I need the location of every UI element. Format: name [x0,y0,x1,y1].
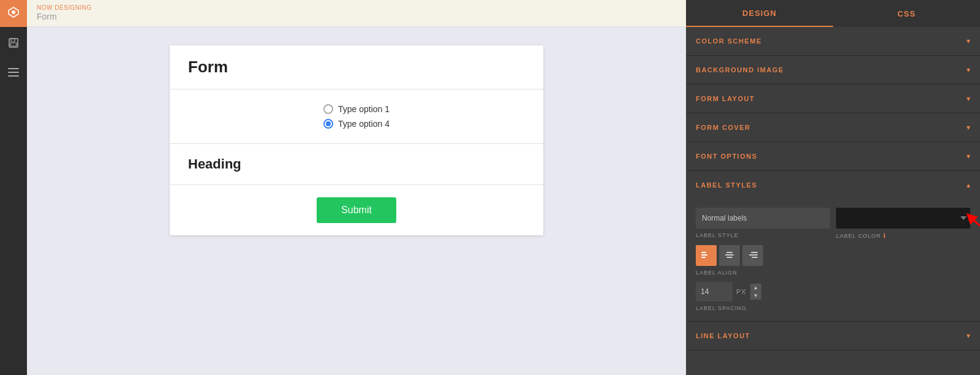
accordion-header-line-layout[interactable]: LINE LAYOUT ▾ [686,322,980,350]
accordion-title-form-layout: FORM LAYOUT [696,95,755,102]
form-submit-section: Submit [170,185,543,235]
label-spacing-label: LABEL SPACING [696,305,970,311]
label-align-section: LABEL ALIGN [696,245,970,276]
radio-circle-2 [323,119,333,129]
svg-rect-10 [701,257,706,258]
logo-icon [7,6,20,21]
accordion-label-styles: LABEL STYLES ▴ Normal labels LABEL STYLE… [686,171,980,322]
spacing-row: PX ▲ ▼ [696,282,970,301]
accordion-title-font-options: FONT OPTIONS [696,153,758,160]
svg-rect-4 [8,68,19,69]
svg-rect-15 [749,254,758,256]
accordion-form-cover: FORM COVER ▾ [686,113,980,142]
svg-point-0 [12,10,15,14]
stepper-up[interactable]: ▲ [750,284,761,292]
label-style-col: Normal labels LABEL STYLE [696,208,830,238]
accordion-title-color-scheme: COLOR SCHEME [696,37,762,45]
radio-option-1[interactable]: Type option 1 [323,104,390,114]
label-style-select[interactable]: Normal labels [696,208,830,229]
svg-rect-8 [701,252,706,253]
stepper-down[interactable]: ▼ [750,292,761,300]
svg-rect-12 [725,254,734,256]
label-style-label: LABEL STYLE [696,232,830,238]
form-preview: Form Type option 1 Type option 4 Heading… [170,45,543,235]
form-heading: Heading [188,156,525,172]
panel-tabs: DESIGN CSS [686,0,980,27]
spacing-stepper: ▲ ▼ [750,284,761,300]
accordion-line-layout: LINE LAYOUT ▾ [686,322,980,350]
logo-area[interactable] [0,0,27,27]
tab-design[interactable]: DESIGN [686,0,833,27]
svg-rect-16 [752,257,758,258]
svg-rect-3 [10,43,17,46]
save-sidebar-btn[interactable] [0,29,27,56]
px-label: PX [736,288,747,295]
label-styles-body: Normal labels LABEL STYLE LABEL COLOR ℹ [686,199,980,321]
accordion-header-form-cover[interactable]: FORM COVER ▾ [686,113,980,142]
form-heading-section: Heading [170,144,543,185]
tab-css[interactable]: CSS [833,0,980,27]
label-color-label: LABEL COLOR ℹ [836,232,970,239]
accordion-form-layout: FORM LAYOUT ▾ [686,85,980,113]
label-spacing-section: PX ▲ ▼ LABEL SPACING [696,282,970,311]
radio-circle-1 [323,104,333,114]
left-sidebar [0,0,27,375]
accordion-title-background-image: BACKGROUND IMAGE [696,66,784,74]
svg-rect-6 [8,75,19,77]
form-title: Form [188,58,525,77]
align-btn-right[interactable] [742,245,763,266]
submit-button[interactable]: Submit [317,197,396,223]
align-buttons [696,245,970,266]
accordion-header-font-options[interactable]: FONT OPTIONS ▾ [686,142,980,170]
accordion-header-form-layout[interactable]: FORM LAYOUT ▾ [686,85,980,113]
chevron-background-image: ▾ [967,66,970,74]
label-align-label: LABEL ALIGN [696,270,970,276]
radio-option-2[interactable]: Type option 4 [323,119,390,129]
right-panel: DESIGN CSS COLOR SCHEME ▾ BACKGROUND IMA… [686,0,980,375]
chevron-form-cover: ▾ [967,123,970,132]
chevron-font-options: ▾ [967,152,970,161]
accordion-background-image: BACKGROUND IMAGE ▾ [686,56,980,85]
accordion-title-label-styles: LABEL STYLES [696,181,757,189]
label-color-info-icon: ℹ [883,232,886,239]
chevron-label-styles: ▴ [967,181,970,189]
accordion-color-scheme: COLOR SCHEME ▾ [686,27,980,56]
accordion-title-line-layout: LINE LAYOUT [696,332,750,339]
align-btn-left[interactable] [696,245,717,266]
svg-rect-5 [8,72,19,73]
top-bar: NOW DESIGNING Form [27,0,686,27]
svg-rect-13 [726,257,733,258]
chevron-form-layout: ▾ [967,94,970,103]
spacing-input[interactable] [696,282,733,301]
now-designing-label: NOW DESIGNING [37,4,92,12]
radio-label-2: Type option 4 [338,119,390,129]
accordion-font-options: FONT OPTIONS ▾ [686,142,980,171]
align-btn-center[interactable] [719,245,740,266]
radio-label-1: Type option 1 [338,104,390,114]
canvas-content: Form Type option 1 Type option 4 Heading… [27,27,686,375]
accordion-header-label-styles[interactable]: LABEL STYLES ▴ [686,171,980,199]
label-color-col: LABEL COLOR ℹ [836,208,970,239]
form-title-section: Form [170,45,543,89]
accordion-title-form-cover: FORM COVER [696,124,751,131]
accordion-header-color-scheme[interactable]: COLOR SCHEME ▾ [686,27,980,55]
label-style-row: Normal labels LABEL STYLE LABEL COLOR ℹ [696,208,970,239]
form-label: Form [37,12,92,22]
chevron-line-layout: ▾ [967,331,970,340]
svg-rect-14 [751,252,758,253]
menu-sidebar-btn[interactable] [0,59,27,86]
label-color-swatch[interactable] [836,208,970,229]
svg-rect-11 [726,252,733,253]
svg-rect-9 [701,254,707,256]
accordion-header-background-image[interactable]: BACKGROUND IMAGE ▾ [686,56,980,84]
chevron-color-scheme: ▾ [967,37,970,45]
form-radio-section: Type option 1 Type option 4 [170,89,543,144]
canvas-area: NOW DESIGNING Form Form Type option 1 Ty… [27,0,686,375]
